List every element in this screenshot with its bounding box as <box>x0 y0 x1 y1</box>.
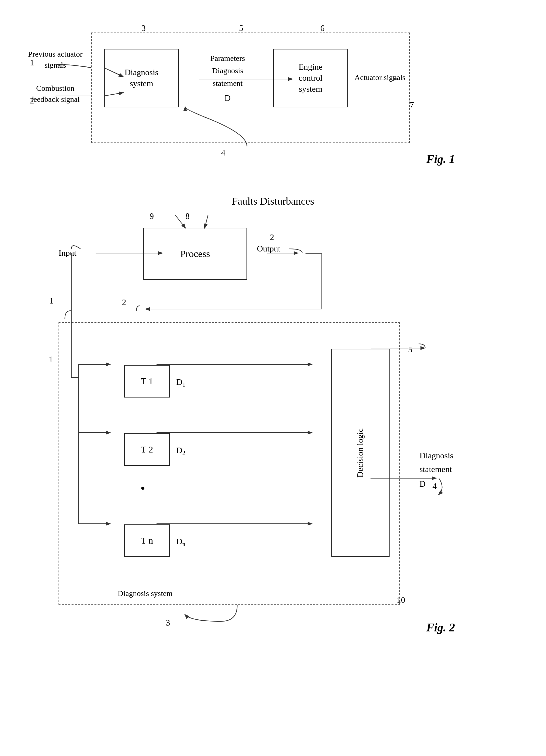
page: 1 Previous actuator signals 2 Combustion… <box>0 0 546 756</box>
fig1-input1: Previous actuator signals <box>26 49 85 71</box>
svg-line-4 <box>176 215 185 228</box>
fig2-d2-label: D2 <box>176 446 185 457</box>
fig2-decision-logic-text: Decision logic <box>354 428 366 478</box>
fig2-t2-box: T 2 <box>124 433 170 466</box>
fig2-num2-fb: 2 <box>122 298 126 307</box>
fig2-decision-logic-box: Decision logic <box>331 349 389 557</box>
fig2-title: Faults Disturbances <box>26 195 520 207</box>
fig1-num4: 4 <box>221 148 225 158</box>
svg-line-5 <box>205 215 208 228</box>
fig2-d1-label: D1 <box>176 377 185 388</box>
fig2-tn-box: T n <box>124 524 170 557</box>
fig2-input-label: Input <box>59 248 76 258</box>
fig2-process-box: Process <box>143 228 247 280</box>
fig2-num10: 10 <box>397 595 405 605</box>
fig2-diagnosis-system-label: Diagnosis system <box>118 589 173 598</box>
fig2-num3: 3 <box>166 618 170 628</box>
fig2-d-right: D <box>419 477 453 491</box>
fig2-label: Fig. 2 <box>426 621 455 634</box>
fig2-diagram: Faults Disturbances Process 9 8 Input Ou… <box>26 195 520 644</box>
fig2-t1-box: T 1 <box>124 365 170 398</box>
fig1-diagram: 1 Previous actuator signals 2 Combustion… <box>26 20 520 169</box>
fig2-num1-main: 1 <box>49 296 54 306</box>
fig2-num8: 8 <box>185 211 190 221</box>
fig2-output-label: Output <box>257 244 280 254</box>
fig1-num5: 5 <box>239 23 243 33</box>
fig2-dots: • <box>141 482 145 495</box>
fig2-num2-out: 2 <box>270 233 274 242</box>
fig1-diagnosis-box: Diagnosis system <box>104 49 179 107</box>
fig1-num6: 6 <box>320 23 324 33</box>
fig2-diag-stmt-text: Diagnosis statement <box>419 449 453 476</box>
fig2-num1-diag: 1 <box>49 355 53 364</box>
fig2-num5: 5 <box>408 345 412 355</box>
fig2-num9: 9 <box>150 211 154 221</box>
fig1-num3: 3 <box>142 23 146 33</box>
fig1-engine-box: Engine control system <box>273 49 348 107</box>
fig2-diag-statement-right: Diagnosis statement D <box>419 449 453 491</box>
fig1-diag-statement: Diagnosis statement <box>185 64 270 89</box>
fig1-num7: 7 <box>410 100 414 110</box>
fig2-dn-label: Dn <box>176 537 185 548</box>
fig1-actuator-label: Actuator signals <box>354 73 405 82</box>
fig1-d-label: D <box>185 91 270 105</box>
fig1-label: Fig. 1 <box>426 152 455 166</box>
fig1-input2: Combustion feedback signal <box>26 83 85 105</box>
fig1-parameters: Parameters <box>185 52 270 64</box>
fig1-middle-labels: Parameters Diagnosis statement D <box>185 52 270 105</box>
fig2-outer-dashed: T 1 T 2 • T n D1 D2 Dn <box>59 322 400 605</box>
